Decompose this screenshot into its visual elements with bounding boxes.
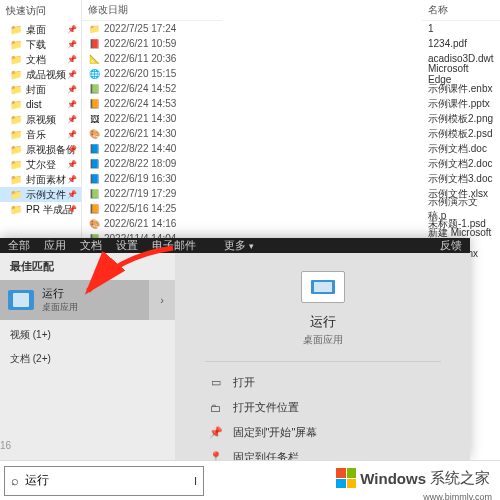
nav-item[interactable]: 音乐📌 bbox=[0, 127, 81, 142]
pin-icon: 📌 bbox=[67, 70, 77, 79]
nav-item[interactable]: 原视损备份📌 bbox=[0, 142, 81, 157]
search-tab[interactable]: 全部 bbox=[8, 239, 30, 251]
search-tab[interactable]: 设置 bbox=[116, 239, 138, 251]
pin-icon: 📌 bbox=[67, 190, 77, 199]
feedback-link[interactable]: 反馈 bbox=[440, 238, 462, 253]
file-name: 1234.pdf bbox=[428, 38, 467, 49]
nav-item[interactable]: 成品视频📌 bbox=[0, 67, 81, 82]
windows-logo-icon bbox=[336, 468, 356, 488]
file-date: 2022/7/25 17:24 bbox=[104, 23, 176, 34]
search-tab[interactable]: 文档 bbox=[80, 239, 102, 251]
file-date: 2022/7/19 17:29 bbox=[104, 188, 176, 199]
result-group-header[interactable]: 视频 (1+) bbox=[0, 320, 175, 344]
file-name: 示例课件.enbx bbox=[428, 82, 492, 96]
folder-icon bbox=[10, 39, 22, 51]
nav-item[interactable]: 封面📌 bbox=[0, 82, 81, 97]
file-row-name[interactable]: 示例文档3.doc bbox=[422, 171, 500, 186]
pin-icon: 📌 bbox=[67, 175, 77, 184]
start-search-panel: 全部应用文档设置电子邮件 更多 反馈 最佳匹配 运行 桌面应用 › 视频 (1+… bbox=[0, 238, 470, 460]
search-icon: ⌕ bbox=[11, 473, 19, 488]
search-input[interactable] bbox=[25, 474, 188, 488]
file-type-icon: 📙 bbox=[88, 98, 100, 110]
file-row-name[interactable]: 1 bbox=[422, 21, 500, 36]
file-row-date[interactable]: 🌐2022/6/20 15:15 bbox=[82, 66, 222, 81]
divider bbox=[205, 361, 441, 362]
nav-item[interactable]: PR 半成品📌 bbox=[0, 202, 81, 217]
action-label: 打开 bbox=[233, 375, 255, 390]
file-type-icon: 📙 bbox=[88, 203, 100, 215]
preview-action[interactable]: 📌固定到"开始"屏幕 bbox=[205, 420, 441, 445]
preview-subtitle: 桌面应用 bbox=[303, 333, 343, 347]
nav-label: 文档 bbox=[26, 53, 46, 67]
file-date: 2022/6/11 20:36 bbox=[104, 53, 176, 64]
nav-item[interactable]: 示例文件📌 bbox=[0, 187, 81, 202]
result-group-header[interactable]: 文档 (2+) bbox=[0, 344, 175, 368]
folder-icon bbox=[10, 54, 22, 66]
file-row-date[interactable]: 📗2022/6/24 14:52 bbox=[82, 81, 222, 96]
nav-item[interactable]: dist📌 bbox=[0, 97, 81, 112]
taskbar-search-box[interactable]: ⌕ I bbox=[4, 466, 204, 496]
col-name-header[interactable]: 名称 bbox=[422, 0, 500, 21]
file-row-name[interactable]: 示例文档.doc bbox=[422, 141, 500, 156]
text-cursor-icon: I bbox=[194, 475, 197, 487]
preview-action[interactable]: 🗀打开文件位置 bbox=[205, 395, 441, 420]
preview-action[interactable]: ▭打开 bbox=[205, 370, 441, 395]
file-name: 示例文档3.doc bbox=[428, 172, 492, 186]
pin-icon: 📌 bbox=[67, 205, 77, 214]
file-row-date[interactable]: 📙2022/6/24 14:53 bbox=[82, 96, 222, 111]
file-row-date[interactable]: 🎨2022/6/21 14:16 bbox=[82, 216, 222, 231]
file-row-date[interactable]: 📘2022/8/22 14:40 bbox=[82, 141, 222, 156]
search-filter-tabs: 全部应用文档设置电子邮件 更多 反馈 bbox=[0, 238, 470, 253]
best-match-item-run[interactable]: 运行 桌面应用 › bbox=[0, 280, 175, 320]
file-row-date[interactable]: 🎨2022/6/21 14:30 bbox=[82, 126, 222, 141]
action-label: 打开文件位置 bbox=[233, 400, 299, 415]
file-row-date[interactable]: 📕2022/6/21 10:59 bbox=[82, 36, 222, 51]
nav-label: 封面素材 bbox=[26, 173, 66, 187]
nav-item[interactable]: 原视频📌 bbox=[0, 112, 81, 127]
nav-item[interactable]: 桌面📌 bbox=[0, 22, 81, 37]
folder-icon bbox=[10, 84, 22, 96]
file-row-name[interactable]: 1234.pdf bbox=[422, 36, 500, 51]
tab-more[interactable]: 更多 bbox=[224, 238, 254, 253]
search-tab[interactable]: 电子邮件 bbox=[152, 239, 196, 251]
search-preview-pane: 运行 桌面应用 ▭打开🗀打开文件位置📌固定到"开始"屏幕📍固定到任务栏 bbox=[175, 253, 470, 470]
preview-title: 运行 bbox=[310, 313, 336, 331]
nav-item[interactable]: 文档📌 bbox=[0, 52, 81, 67]
nav-label: 艾尔登 bbox=[26, 158, 56, 172]
file-row-date[interactable]: 📘2022/6/19 16:30 bbox=[82, 171, 222, 186]
nav-item[interactable]: 下载📌 bbox=[0, 37, 81, 52]
expand-arrow-button[interactable]: › bbox=[149, 280, 175, 320]
file-row-date[interactable]: 📘2022/8/22 18:09 bbox=[82, 156, 222, 171]
file-date: 2022/6/19 16:30 bbox=[104, 173, 176, 184]
file-date: 2022/6/21 14:30 bbox=[104, 128, 176, 139]
file-row-date[interactable]: 📁2022/7/25 17:24 bbox=[82, 21, 222, 36]
nav-pane: 快速访问 桌面📌下载📌文档📌成品视频📌封面📌dist📌原视频📌音乐📌原视损备份📌… bbox=[0, 0, 82, 260]
file-row-name[interactable]: 示例演示文稿.p bbox=[422, 201, 500, 216]
file-name: 示例模板2.psd bbox=[428, 127, 492, 141]
pin-icon: 📌 bbox=[67, 130, 77, 139]
file-row-date[interactable]: 🖼2022/6/21 14:30 bbox=[82, 111, 222, 126]
file-row-name[interactable]: 示例文档2.doc bbox=[422, 156, 500, 171]
file-type-icon: 📘 bbox=[88, 143, 100, 155]
file-row-name[interactable]: 示例模板2.psd bbox=[422, 126, 500, 141]
nav-label: 原视频 bbox=[26, 113, 56, 127]
file-row-name[interactable]: Microsoft Edge bbox=[422, 66, 500, 81]
watermark-url: www.bjmmlv.com bbox=[423, 492, 492, 500]
file-row-date[interactable]: 📗2022/7/19 17:29 bbox=[82, 186, 222, 201]
file-row-name[interactable]: 示例模板2.png bbox=[422, 111, 500, 126]
match-title: 运行 bbox=[42, 286, 78, 301]
pin-icon: 📌 bbox=[67, 115, 77, 124]
search-tab[interactable]: 应用 bbox=[44, 239, 66, 251]
col-date-header[interactable]: 修改日期 bbox=[82, 0, 222, 21]
folder-icon bbox=[10, 24, 22, 36]
file-row-name[interactable]: 示例课件.pptx bbox=[422, 96, 500, 111]
watermark-tagline: 系统之家 bbox=[430, 469, 490, 488]
nav-item[interactable]: 艾尔登📌 bbox=[0, 157, 81, 172]
file-row-name[interactable]: 示例课件.enbx bbox=[422, 81, 500, 96]
nav-item[interactable]: 封面素材📌 bbox=[0, 172, 81, 187]
folder-icon bbox=[10, 159, 22, 171]
nav-label: dist bbox=[26, 99, 42, 110]
file-row-date[interactable]: 📐2022/6/11 20:36 bbox=[82, 51, 222, 66]
folder-icon bbox=[10, 189, 22, 201]
file-row-date[interactable]: 📙2022/5/16 14:25 bbox=[82, 201, 222, 216]
